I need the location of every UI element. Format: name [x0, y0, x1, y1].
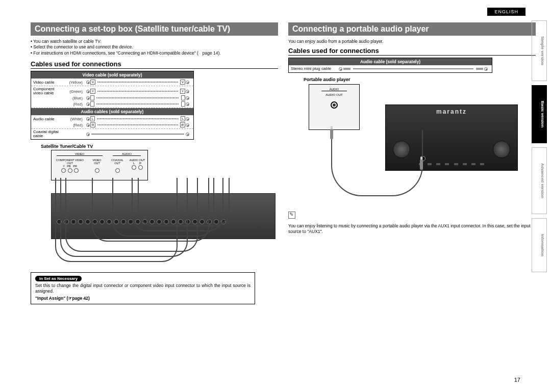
tab-advanced[interactable]: Advanced version: [532, 147, 547, 214]
wire-icon: [353, 68, 473, 69]
jack-plug-icon: [420, 160, 423, 170]
jack-plug-icon: [476, 68, 483, 70]
section-title-settop: Connecting a set-top box (Satellite tune…: [31, 22, 278, 36]
plug-icon: [86, 123, 90, 127]
cable-table-left: Video cable (sold separately) Video cabl…: [31, 71, 194, 140]
tab-information[interactable]: Information: [532, 218, 547, 272]
plug-tag: [181, 101, 185, 107]
row-component-g: Component video cable (Green) Y Y: [31, 86, 193, 95]
plug-icon: [339, 67, 342, 71]
button-icon: [428, 163, 432, 165]
wire-icon: [97, 124, 178, 125]
plug-icon: [186, 102, 189, 106]
button-icon: [445, 163, 449, 165]
cable-name: Coaxial digital cable: [33, 130, 64, 138]
note-pill: in Set as Necessary: [35, 276, 82, 281]
rca-port-icon: [115, 168, 120, 173]
settop-device: VIDEO AUDIO COMPONENT VIDEO OUT Y PB PR …: [51, 150, 148, 180]
device-label-stb: Satellite Tuner/Cable TV: [41, 144, 278, 149]
plug-icon: [186, 96, 189, 100]
jack-plug-icon: [343, 68, 350, 70]
cable-graphic: L L: [84, 116, 191, 121]
plug-icon: [186, 81, 189, 84]
note-icon: [288, 212, 295, 219]
cable-color: (Red): [64, 102, 84, 107]
cable-header-audio-r: Audio cable (sold separately): [289, 58, 492, 65]
language-tab: ENGLISH: [487, 8, 525, 16]
bullet: Select the connector to use and connect …: [31, 44, 278, 50]
cable-name: Video cable: [33, 80, 64, 85]
plug-tag: V: [90, 80, 95, 85]
wire-icon: [97, 118, 178, 119]
port-group-component: COMPONENT VIDEO OUT Y PB PR: [55, 159, 85, 174]
button-icon: [463, 163, 467, 165]
portable-intro: You can enjoy audio from a portable audi…: [288, 39, 536, 44]
note-text: You can enjoy listening to music by conn…: [288, 223, 536, 234]
rca-port-icon: [61, 168, 66, 173]
plug-icon: [86, 133, 90, 136]
column-left: Connecting a set-top box (Satellite tune…: [31, 22, 278, 304]
plug-icon: [86, 90, 90, 93]
wire-icon: [97, 82, 178, 83]
bullet: You can watch satellite or cable TV.: [31, 39, 278, 44]
jack-plug-icon: [330, 129, 333, 139]
brand-label: marantz: [436, 108, 467, 115]
plug-icon: [186, 133, 189, 136]
diagram-settop: VIDEO AUDIO COMPONENT VIDEO OUT Y PB PR …: [31, 150, 276, 267]
cables-heading-left: Cables used for connections: [31, 60, 278, 69]
port-group-video: VIDEO OUT: [89, 159, 105, 174]
cable-header-audio: Audio cables (sold separately): [31, 108, 193, 115]
wire-icon: [96, 97, 180, 98]
volume-knob-icon: [493, 141, 510, 158]
cables-heading-right: Cables used for connections: [288, 47, 536, 56]
front-buttons: [416, 163, 487, 165]
tab-simple[interactable]: Simple version: [532, 20, 547, 81]
page-number: 17: [514, 377, 520, 383]
plug-icon: [186, 117, 189, 121]
cable-table-right: Audio cable (sold separately) Stereo min…: [288, 58, 492, 73]
device-label-pap: Portable audio player: [304, 77, 536, 82]
plug-icon: [186, 90, 189, 93]
cable-graphic: [337, 66, 490, 71]
cable-color: (White): [64, 117, 84, 121]
wire-icon: [91, 134, 184, 135]
plug-tag: R: [90, 122, 95, 127]
rca-port-icon: [132, 165, 136, 170]
section-title-portable: Connecting a portable audio player: [288, 22, 536, 36]
row-video-cable: Video cable (Yellow) V V: [31, 79, 193, 86]
bullet: For instructions on HDMI connections, se…: [31, 50, 278, 56]
port-group-coax: COAXIAL OUT: [109, 159, 126, 174]
cable-color: (Green): [64, 89, 84, 94]
row-stereo-mini: Stereo mini plug cable: [289, 65, 492, 72]
plug-icon: [484, 67, 488, 71]
cable-graphic: [84, 95, 191, 100]
plug-tag: L: [181, 116, 185, 121]
cable-header-video: Video cable (sold separately): [31, 71, 193, 79]
port-sublabel: L R: [128, 162, 146, 165]
port-sublabel: Y PB PR: [55, 165, 85, 168]
cable-graphic: [84, 132, 191, 137]
cable-path: [331, 130, 423, 196]
label: AUDIO OUT: [309, 93, 359, 96]
note-ref: "Input Assign" (☞page 42): [35, 296, 251, 301]
button-icon: [480, 163, 484, 165]
tab-basic[interactable]: Basic version: [532, 85, 547, 143]
settop-intro-bullets: You can watch satellite or cable TV. Sel…: [31, 39, 278, 56]
wire-icon: [96, 103, 180, 104]
cable-name: Audio cable: [33, 117, 64, 121]
port-label: VIDEO OUT: [89, 159, 105, 165]
plug-tag: [90, 95, 94, 100]
note-box-input-assign: in Set as Necessary Set this to change t…: [31, 272, 255, 304]
port-label: COAXIAL OUT: [109, 159, 126, 165]
cable-path: [138, 178, 230, 226]
plug-tag: [90, 101, 94, 107]
cable-graphic: Y Y: [84, 89, 191, 94]
plug-tag: L: [90, 116, 95, 121]
plug-icon: [86, 117, 90, 121]
plug-tag: R: [180, 122, 185, 127]
portable-player-device: AUDIO AUDIO OUT: [309, 84, 360, 130]
row-component-r: (Red): [31, 100, 193, 108]
cable-graphic: V V: [84, 80, 191, 85]
diagram-portable: AUDIO AUDIO OUT marantz: [288, 84, 523, 201]
plug-tag: V: [180, 80, 185, 85]
